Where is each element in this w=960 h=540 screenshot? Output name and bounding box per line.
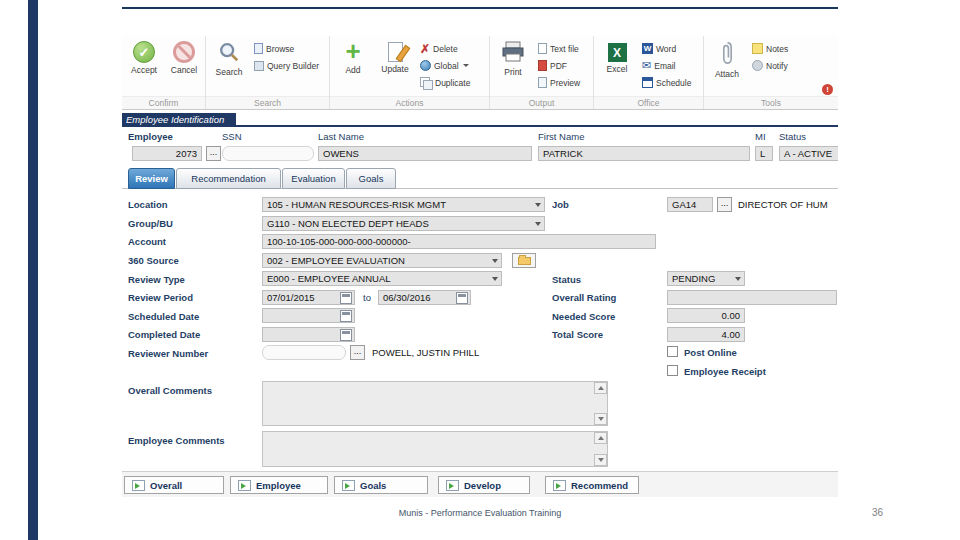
period-start-value: 07/01/2015 — [267, 292, 315, 303]
delete-icon: ✗ — [420, 43, 430, 55]
duplicate-button[interactable]: Duplicate — [416, 74, 474, 91]
email-button[interactable]: ✉ Email — [638, 57, 695, 74]
last-name-field[interactable]: OWENS — [318, 146, 532, 161]
tab-goals[interactable]: Goals — [346, 168, 396, 189]
overall-rating-field[interactable] — [667, 290, 837, 305]
employee-status-field[interactable]: A - ACTIVE — [779, 146, 838, 161]
delete-label: Delete — [433, 44, 458, 54]
form-window-icon — [342, 480, 355, 491]
completed-date-field[interactable] — [262, 327, 355, 342]
query-builder-icon — [254, 61, 264, 71]
overall-comments-scroll-up-button[interactable] — [594, 382, 607, 394]
employee-comments-textarea[interactable] — [262, 431, 608, 467]
notes-button[interactable]: Notes — [748, 40, 792, 57]
text-file-button[interactable]: Text file — [534, 40, 584, 57]
excel-button[interactable]: X Excel — [596, 38, 638, 96]
goals-button[interactable]: Goals — [334, 476, 428, 494]
calendar-icon[interactable] — [340, 310, 352, 322]
global-button[interactable]: Global — [416, 57, 474, 74]
calendar-icon[interactable] — [456, 292, 468, 304]
employee-comments-scroll-down-button[interactable] — [594, 454, 607, 466]
reviewer-lookup-ellipsis-button[interactable]: ... — [350, 345, 365, 360]
recommend-button[interactable]: Recommend — [545, 476, 639, 494]
employee-comments-scroll-up-button[interactable] — [594, 432, 607, 444]
search-label: Search — [216, 67, 243, 77]
query-builder-button[interactable]: Query Builder — [250, 57, 323, 74]
accept-icon: ✓ — [133, 41, 155, 63]
delete-button[interactable]: ✗ Delete — [416, 40, 474, 57]
add-button[interactable]: + Add — [332, 38, 374, 96]
location-field[interactable]: 105 - HUMAN RESOURCES-RISK MGMT — [262, 197, 545, 212]
section-title: Employee Identification — [122, 113, 236, 127]
tab-evaluation[interactable]: Evaluation — [282, 168, 345, 189]
chevron-up-icon — [598, 436, 604, 440]
review-period-end-field[interactable]: 06/30/2016 — [378, 290, 471, 305]
source-folder-button[interactable] — [512, 253, 536, 268]
needed-score-field[interactable]: 0.00 — [667, 308, 745, 323]
review-period-start-field[interactable]: 07/01/2015 — [262, 290, 355, 305]
job-code-field[interactable]: GA14 — [667, 197, 713, 212]
toolbar-section-tools: Attach Notes Notify Tools — [704, 36, 838, 109]
dropdown-arrow-icon[interactable] — [492, 259, 498, 263]
employee-receipt-label: Employee Receipt — [684, 366, 766, 377]
last-name-label: Last Name — [318, 131, 364, 142]
account-field[interactable]: 100-10-105-000-000-000-000000- — [262, 234, 656, 249]
toolbar-section-label-tools: Tools — [704, 96, 838, 109]
browse-button[interactable]: Browse — [250, 40, 323, 57]
print-button[interactable]: Print — [492, 38, 534, 96]
update-button[interactable]: Update — [374, 38, 416, 96]
notify-button[interactable]: Notify — [748, 57, 792, 74]
develop-button[interactable]: Develop — [438, 476, 530, 494]
group-bu-field[interactable]: G110 - NON ELECTED DEPT HEADS — [262, 216, 545, 231]
pdf-label: PDF — [550, 61, 567, 71]
calendar-icon[interactable] — [340, 329, 352, 341]
dropdown-arrow-icon[interactable] — [535, 222, 541, 226]
first-name-field[interactable]: PATRICK — [538, 146, 750, 161]
toolbar-section-label-actions: Actions — [330, 96, 489, 109]
attach-button[interactable]: Attach — [706, 38, 748, 96]
mi-field[interactable]: L — [755, 146, 773, 161]
search-button[interactable]: Search — [208, 38, 250, 96]
review-status-field[interactable]: PENDING — [667, 271, 745, 286]
calendar-icon[interactable] — [340, 292, 352, 304]
reviewer-number-field[interactable] — [262, 345, 346, 360]
dropdown-arrow-icon[interactable] — [492, 277, 498, 281]
tab-review[interactable]: Review — [128, 168, 175, 189]
review-type-field[interactable]: E000 - EMPLOYEE ANNUAL — [262, 271, 502, 286]
schedule-button[interactable]: Schedule — [638, 74, 695, 91]
scheduled-date-field[interactable] — [262, 308, 355, 323]
ssn-label: SSN — [222, 131, 242, 142]
dropdown-arrow-icon[interactable] — [735, 277, 741, 281]
overall-comments-label: Overall Comments — [128, 385, 212, 396]
review-type-value: E000 - EMPLOYEE ANNUAL — [267, 273, 391, 284]
word-button[interactable]: W Word — [638, 40, 695, 57]
text-file-icon — [538, 43, 547, 54]
tab-recommendation[interactable]: Recommendation — [176, 168, 281, 189]
period-to-label: to — [363, 292, 371, 303]
employee-receipt-checkbox[interactable] — [667, 365, 678, 376]
cancel-button[interactable]: Cancel — [164, 38, 204, 96]
overall-button[interactable]: Overall — [124, 476, 224, 494]
ssn-field[interactable] — [222, 146, 314, 161]
employee-lookup-ellipsis-button[interactable]: ... — [206, 146, 221, 161]
accept-button[interactable]: ✓ Accept — [124, 38, 164, 96]
status-label: Status — [779, 131, 806, 142]
source-360-field[interactable]: 002 - EMPLOYEE EVALUATION — [262, 253, 502, 268]
email-icon: ✉ — [642, 60, 651, 71]
pdf-button[interactable]: PDF — [534, 57, 584, 74]
post-online-label: Post Online — [684, 347, 737, 358]
overall-comments-scroll-down-button[interactable] — [594, 413, 607, 425]
overall-comments-textarea[interactable] — [262, 381, 608, 426]
search-icon — [218, 41, 240, 65]
employee-field[interactable]: 2073 — [132, 146, 202, 161]
dropdown-arrow-icon[interactable] — [535, 203, 541, 207]
post-online-checkbox[interactable] — [667, 346, 678, 357]
job-lookup-ellipsis-button[interactable]: ... — [717, 197, 732, 212]
excel-icon: X — [608, 43, 627, 62]
window-top-border — [122, 7, 838, 9]
toolbar-section-label-search: Search — [206, 96, 329, 109]
location-value: 105 - HUMAN RESOURCES-RISK MGMT — [267, 199, 446, 210]
employee-button[interactable]: Employee — [230, 476, 328, 494]
preview-button[interactable]: Preview — [534, 74, 584, 91]
total-score-field[interactable]: 4.00 — [667, 327, 745, 342]
